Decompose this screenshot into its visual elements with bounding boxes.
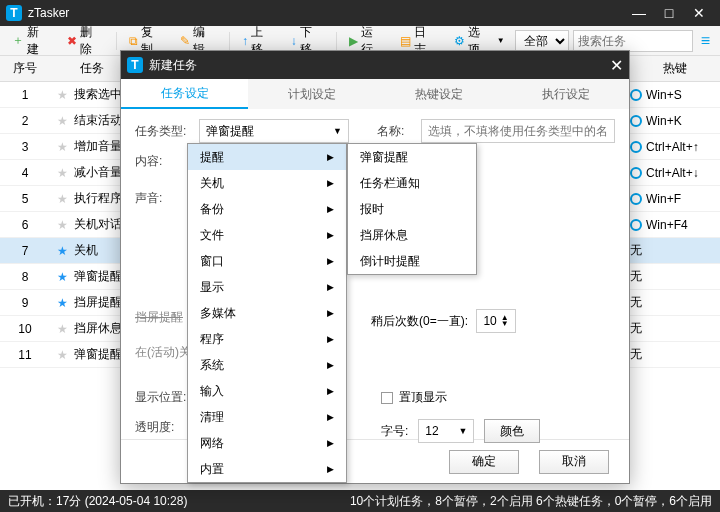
hotkey-icon xyxy=(630,141,642,153)
hotkey-icon xyxy=(630,193,642,205)
new-task-dialog: T 新建任务 ✕ 任务设定 计划设定 热键设定 执行设定 任务类型: 弹窗提醒▼… xyxy=(120,50,630,368)
row-num: 7 xyxy=(0,244,50,258)
row-num: 8 xyxy=(0,270,50,284)
hotkey-icon xyxy=(630,219,642,231)
row-num: 5 xyxy=(0,192,50,206)
filter-select[interactable]: 全部 xyxy=(515,30,569,52)
menu-item[interactable]: 系统▶ xyxy=(188,352,346,368)
hotkey-cell: Win+S xyxy=(630,88,720,102)
submenu-item[interactable]: 任务栏通知 xyxy=(348,170,476,196)
type-submenu[interactable]: 弹窗提醒任务栏通知报时挡屏休息倒计时提醒 xyxy=(347,143,477,275)
star-icon[interactable]: ★ xyxy=(50,322,74,336)
menu-item[interactable]: 多媒体▶ xyxy=(188,300,346,326)
hotkey-cell: 无 xyxy=(630,242,720,259)
row-num: 4 xyxy=(0,166,50,180)
hotkey-cell: Win+F4 xyxy=(630,218,720,232)
menu-item[interactable]: 提醒▶ xyxy=(188,144,346,170)
star-icon[interactable]: ★ xyxy=(50,88,74,102)
star-icon[interactable]: ★ xyxy=(50,218,74,232)
label-name: 名称: xyxy=(377,123,413,140)
label-type: 任务类型: xyxy=(135,123,191,140)
hotkey-cell: 无 xyxy=(630,346,720,363)
menu-item[interactable]: 显示▶ xyxy=(188,274,346,300)
name-input[interactable] xyxy=(421,119,615,143)
type-select[interactable]: 弹窗提醒▼ xyxy=(199,119,349,143)
hotkey-cell: Ctrl+Alt+↑ xyxy=(630,140,720,154)
col-hotkey: 热键 xyxy=(630,60,720,77)
menu-item[interactable]: 窗口▶ xyxy=(188,248,346,274)
hotkey-icon xyxy=(630,89,642,101)
row-num: 2 xyxy=(0,114,50,128)
app-title: zTasker xyxy=(28,6,624,20)
star-icon[interactable]: ★ xyxy=(50,166,74,180)
close-button[interactable]: ✕ xyxy=(684,5,714,21)
hotkey-icon xyxy=(630,115,642,127)
app-logo: T xyxy=(6,5,22,21)
type-menu[interactable]: 提醒▶关机▶备份▶文件▶窗口▶显示▶多媒体▶程序▶系统▶输入▶清理▶网络▶内置▶ xyxy=(187,143,347,368)
search-input[interactable] xyxy=(573,30,693,52)
hotkey-cell: Win+F xyxy=(630,192,720,206)
delete-button[interactable]: ✖删除 xyxy=(61,21,110,61)
star-icon[interactable]: ★ xyxy=(50,140,74,154)
label-sound: 声音: xyxy=(135,190,191,207)
submenu-item[interactable]: 倒计时提醒 xyxy=(348,248,476,274)
dialog-title: 新建任务 xyxy=(149,57,197,74)
col-num: 序号 xyxy=(0,60,50,77)
star-icon[interactable]: ★ xyxy=(50,348,74,362)
menu-item[interactable]: 程序▶ xyxy=(188,326,346,352)
submenu-item[interactable]: 弹窗提醒 xyxy=(348,144,476,170)
submenu-item[interactable]: 报时 xyxy=(348,196,476,222)
maximize-button[interactable]: □ xyxy=(654,5,684,21)
tab-plan[interactable]: 计划设定 xyxy=(248,79,375,109)
star-icon[interactable]: ★ xyxy=(50,244,74,258)
tab-exec[interactable]: 执行设定 xyxy=(502,79,629,109)
menu-item[interactable]: 备份▶ xyxy=(188,196,346,222)
star-icon[interactable]: ★ xyxy=(50,192,74,206)
hotkey-cell: Ctrl+Alt+↓ xyxy=(630,166,720,180)
row-num: 9 xyxy=(0,296,50,310)
row-num: 6 xyxy=(0,218,50,232)
hotkey-cell: 无 xyxy=(630,268,720,285)
menu-item[interactable]: 文件▶ xyxy=(188,222,346,248)
star-icon[interactable]: ★ xyxy=(50,296,74,310)
dialog-titlebar: T 新建任务 ✕ xyxy=(121,51,629,79)
hotkey-cell: Win+K xyxy=(630,114,720,128)
row-num: 11 xyxy=(0,348,50,362)
list-icon[interactable]: ≡ xyxy=(697,32,714,50)
dialog-logo: T xyxy=(127,57,143,73)
minimize-button[interactable]: — xyxy=(624,5,654,21)
new-button[interactable]: ＋新建 xyxy=(6,21,57,61)
dialog-tabs: 任务设定 计划设定 热键设定 执行设定 xyxy=(121,79,629,109)
tab-hotkey[interactable]: 热键设定 xyxy=(375,79,502,109)
delay-spinner[interactable]: 10▲▼ xyxy=(476,309,516,333)
submenu-item[interactable]: 挡屏休息 xyxy=(348,222,476,248)
label-delay: 稍后次数(0=一直): xyxy=(371,313,468,330)
tab-task[interactable]: 任务设定 xyxy=(121,79,248,109)
row-num: 10 xyxy=(0,322,50,336)
menu-item[interactable]: 关机▶ xyxy=(188,170,346,196)
dialog-close-icon[interactable]: ✕ xyxy=(610,56,623,75)
star-icon[interactable]: ★ xyxy=(50,114,74,128)
star-icon[interactable]: ★ xyxy=(50,270,74,284)
hotkey-icon xyxy=(630,167,642,179)
hotkey-cell: 无 xyxy=(630,294,720,311)
hotkey-cell: 无 xyxy=(630,320,720,337)
label-content: 内容: xyxy=(135,153,191,170)
row-num: 3 xyxy=(0,140,50,154)
row-num: 1 xyxy=(0,88,50,102)
